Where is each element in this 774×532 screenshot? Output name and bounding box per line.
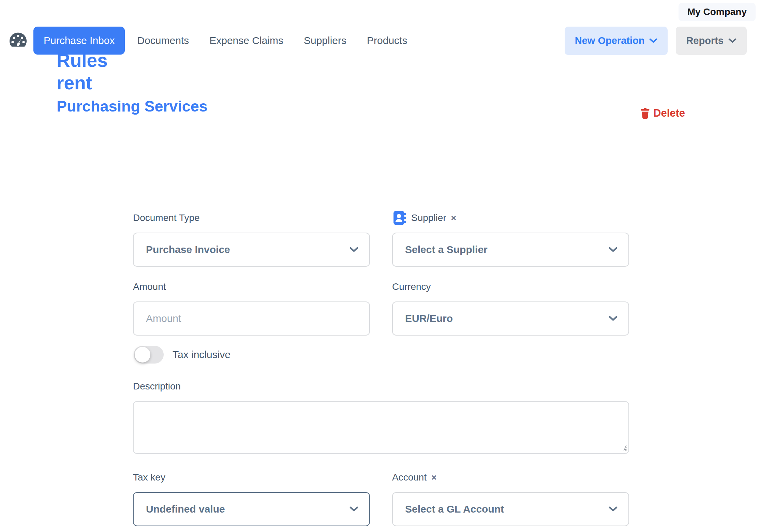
page-title: Rules bbox=[57, 49, 208, 72]
tax-key-field: Tax key Undefined value bbox=[133, 470, 370, 526]
currency-label: Currency bbox=[392, 280, 629, 294]
tax-key-label: Tax key bbox=[133, 470, 370, 485]
chevron-down-icon bbox=[649, 38, 657, 43]
nav-tab-suppliers[interactable]: Suppliers bbox=[294, 27, 357, 55]
chevron-down-icon bbox=[349, 247, 358, 252]
amount-input[interactable] bbox=[133, 301, 370, 336]
chevron-down-icon bbox=[609, 506, 617, 512]
description-field: Description bbox=[133, 379, 629, 455]
page-headings: Rules rent Purchasing Services bbox=[57, 49, 208, 117]
document-type-select[interactable]: Purchase Invoice bbox=[133, 233, 370, 267]
account-label-row: Account × bbox=[392, 470, 629, 485]
chevron-down-icon bbox=[349, 506, 358, 512]
account-label: Account bbox=[392, 472, 427, 483]
reports-label: Reports bbox=[686, 35, 724, 46]
nav-tab-expense-claims[interactable]: Expense Claims bbox=[199, 27, 294, 55]
account-field: Account × Select a GL Account bbox=[392, 470, 629, 526]
company-badge[interactable]: My Company bbox=[679, 3, 756, 21]
account-value: Select a GL Account bbox=[405, 503, 504, 515]
chevron-down-icon bbox=[609, 316, 617, 321]
document-type-value: Purchase Invoice bbox=[146, 244, 230, 255]
description-textarea[interactable] bbox=[133, 401, 629, 454]
dashboard-gauge-icon[interactable] bbox=[8, 32, 28, 49]
rule-category-heading: Purchasing Services bbox=[57, 95, 208, 117]
description-label: Description bbox=[133, 379, 629, 394]
tax-key-select[interactable]: Undefined value bbox=[133, 492, 370, 526]
amount-field: Amount bbox=[133, 280, 370, 336]
supplier-label-row: Supplier × bbox=[392, 211, 629, 225]
tax-inclusive-toggle[interactable] bbox=[134, 346, 164, 364]
supplier-field: Supplier × Select a Supplier bbox=[392, 211, 629, 267]
currency-field: Currency EUR/Euro bbox=[392, 280, 629, 336]
nav-tab-products[interactable]: Products bbox=[357, 27, 417, 55]
rule-name-heading: rent bbox=[57, 72, 208, 94]
supplier-value: Select a Supplier bbox=[405, 244, 488, 255]
supplier-clear-icon[interactable]: × bbox=[450, 213, 457, 223]
reports-button[interactable]: Reports bbox=[676, 27, 747, 55]
new-operation-label: New Operation bbox=[575, 35, 645, 46]
supplier-select[interactable]: Select a Supplier bbox=[392, 233, 629, 267]
currency-value: EUR/Euro bbox=[405, 313, 453, 324]
amount-label: Amount bbox=[133, 280, 370, 294]
rule-form: Document Type Purchase Invoice bbox=[133, 211, 629, 526]
account-select[interactable]: Select a GL Account bbox=[392, 492, 629, 526]
delete-label: Delete bbox=[653, 107, 685, 119]
tax-key-value: Undefined value bbox=[146, 503, 225, 515]
trash-icon bbox=[640, 108, 650, 119]
chevron-down-icon bbox=[609, 247, 617, 252]
new-operation-button[interactable]: New Operation bbox=[565, 27, 668, 55]
account-clear-icon[interactable]: × bbox=[431, 472, 437, 483]
toggle-knob bbox=[135, 347, 150, 363]
address-book-icon bbox=[392, 210, 407, 225]
document-type-field: Document Type Purchase Invoice bbox=[133, 211, 370, 267]
delete-button[interactable]: Delete bbox=[640, 107, 685, 119]
document-type-label: Document Type bbox=[133, 211, 370, 225]
currency-select[interactable]: EUR/Euro bbox=[392, 301, 629, 336]
tax-inclusive-label: Tax inclusive bbox=[173, 349, 230, 360]
chevron-down-icon bbox=[728, 38, 736, 43]
tax-inclusive-row: Tax inclusive bbox=[134, 346, 629, 364]
supplier-label: Supplier bbox=[411, 212, 446, 223]
